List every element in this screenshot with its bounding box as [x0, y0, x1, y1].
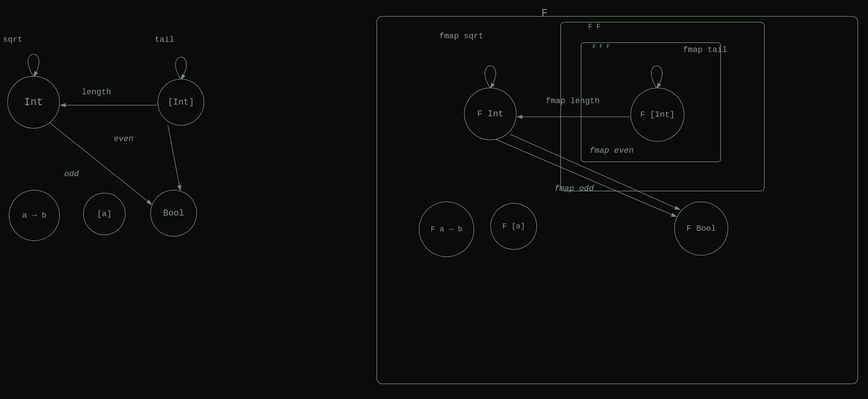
label-odd: odd	[64, 169, 79, 178]
svg-line-3	[50, 123, 152, 204]
label-fmap-even: fmap even	[590, 146, 633, 155]
node-a-to-b: a → b	[9, 190, 60, 241]
label-F-title: F	[541, 7, 548, 19]
label-fmap-tail: fmap tail	[683, 45, 727, 54]
label-FFF-title: F F F	[592, 43, 610, 50]
node-list-int: [Int]	[158, 79, 204, 125]
node-f-bool: F Bool	[674, 202, 728, 256]
label-FF-title: F F	[588, 23, 601, 31]
node-f-a-to-b: F a → b	[419, 202, 474, 257]
node-list-a: [a]	[83, 193, 125, 235]
label-fmap-odd: fmap odd	[555, 184, 594, 193]
label-fmap-sqrt: fmap sqrt	[439, 32, 483, 40]
node-f-list-int: F [Int]	[630, 88, 684, 142]
node-bool: Bool	[150, 190, 197, 236]
label-sqrt: sqrt	[3, 35, 23, 44]
svg-line-2	[168, 125, 180, 191]
main-canvas: sqrt tail length even odd F F F F F F fm…	[0, 0, 868, 399]
node-f-list-a: F [a]	[490, 203, 537, 250]
label-even: even	[114, 134, 133, 143]
node-int: Int	[7, 76, 60, 129]
node-f-int: F Int	[464, 88, 517, 140]
label-tail: tail	[155, 35, 174, 44]
label-fmap-length: fmap length	[546, 96, 600, 106]
label-length: length	[82, 88, 111, 97]
